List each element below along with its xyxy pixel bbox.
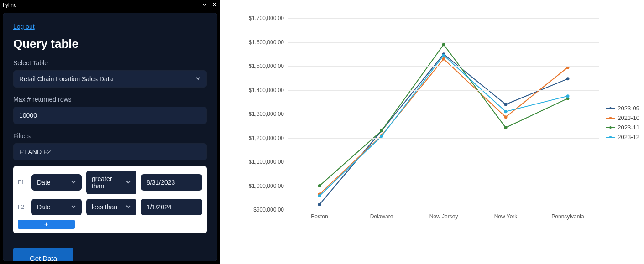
x-axis-labels: BostonDelawareNew JerseyNew YorkPennsylv… xyxy=(288,213,599,220)
query-panel: flyline Log out Query table Select Table… xyxy=(0,0,220,264)
filter-value-field[interactable]: 1/1/2024 xyxy=(141,199,202,215)
get-data-button[interactable]: Get Data xyxy=(13,248,73,261)
chart-data-point xyxy=(318,194,321,197)
window-titlebar: flyline xyxy=(0,0,220,10)
chart-data-point xyxy=(442,54,445,57)
filter-op-dropdown[interactable]: greater than xyxy=(86,171,136,194)
chevron-down-icon xyxy=(195,75,201,83)
x-tick-label: Boston xyxy=(288,213,351,220)
gridline xyxy=(288,162,599,162)
legend-item: 2023-09 xyxy=(606,105,639,112)
gridline xyxy=(288,138,599,139)
gridline xyxy=(288,114,599,114)
gridline xyxy=(288,42,599,43)
filter-value-field[interactable]: 8/31/2023 xyxy=(141,174,202,191)
legend-item: 2023-12 xyxy=(606,134,639,140)
x-tick-label: Pennsylvania xyxy=(537,213,599,220)
chevron-down-icon xyxy=(71,203,76,211)
gridline xyxy=(288,18,599,19)
gridline xyxy=(288,66,599,67)
legend-item: 2023-11 xyxy=(606,124,639,131)
y-axis: $900,000.00$1,000,000.00$1,100,000.00$1,… xyxy=(238,18,284,210)
legend-label: 2023-12 xyxy=(618,134,639,140)
chart-data-point xyxy=(504,103,508,106)
chart-data-point xyxy=(442,57,445,61)
y-tick-label: $1,400,000.00 xyxy=(238,87,284,93)
chart-series-line xyxy=(319,55,568,196)
chart-data-point xyxy=(566,94,570,98)
minimize-icon[interactable] xyxy=(202,2,207,9)
plot-area xyxy=(288,18,599,210)
filter-op-dropdown[interactable]: less than xyxy=(86,199,136,215)
gridline xyxy=(288,210,599,210)
select-table-label: Select Table xyxy=(13,59,207,67)
select-table-value: Retail Chain Location Sales Data xyxy=(19,75,113,83)
chart-data-point xyxy=(504,126,508,129)
chevron-down-icon xyxy=(126,179,131,186)
chevron-down-icon xyxy=(126,203,131,211)
max-rows-input[interactable] xyxy=(19,112,201,119)
chart-data-point xyxy=(566,77,570,80)
legend-label: 2023-11 xyxy=(618,124,639,131)
legend-label: 2023-10 xyxy=(618,114,639,121)
y-tick-label: $1,200,000.00 xyxy=(238,135,284,141)
gridline xyxy=(288,90,599,91)
chart-series-line xyxy=(319,54,568,205)
x-tick-label: New Jersey xyxy=(413,213,475,220)
add-filter-button[interactable]: + xyxy=(18,220,75,229)
y-tick-label: $1,300,000.00 xyxy=(238,111,284,117)
gridline xyxy=(288,186,599,186)
y-tick-label: $1,100,000.00 xyxy=(238,159,284,165)
max-rows-field[interactable] xyxy=(13,107,207,124)
legend-item: 2023-10 xyxy=(606,114,639,121)
x-tick-label: Delaware xyxy=(351,213,413,220)
line-chart: $900,000.00$1,000,000.00$1,100,000.00$1,… xyxy=(238,18,613,228)
chart-data-point xyxy=(442,43,445,46)
legend-label: 2023-09 xyxy=(618,105,639,112)
y-tick-label: $1,700,000.00 xyxy=(238,15,284,21)
chart-data-point xyxy=(504,110,508,113)
chart-area: $900,000.00$1,000,000.00$1,100,000.00$1,… xyxy=(220,0,644,264)
filter-tag: F1 xyxy=(18,179,27,186)
chart-legend: 2023-092023-102023-112023-12 xyxy=(606,105,639,143)
filter-tag: F2 xyxy=(18,204,27,210)
page-title: Query table xyxy=(13,37,207,51)
chart-data-point xyxy=(504,115,508,119)
select-table-dropdown[interactable]: Retail Chain Location Sales Data xyxy=(13,70,207,88)
chart-data-point xyxy=(380,129,383,132)
filter-row: F2 Date less than 1/1/2024 xyxy=(18,199,202,215)
filter-row: F1 Date greater than 8/31/2023 xyxy=(18,171,202,194)
chart-data-point xyxy=(380,135,383,138)
filter-field-dropdown[interactable]: Date xyxy=(31,174,82,191)
y-tick-label: $1,600,000.00 xyxy=(238,39,284,46)
filters-label: Filters xyxy=(13,132,207,140)
max-rows-label: Max # returned rows xyxy=(13,96,207,103)
logout-link[interactable]: Log out xyxy=(13,23,35,30)
chart-series-line xyxy=(319,59,568,194)
y-tick-label: $1,500,000.00 xyxy=(238,63,284,69)
x-tick-label: New York xyxy=(475,213,537,220)
filter-field-dropdown[interactable]: Date xyxy=(31,199,82,215)
filters-box: F1 Date greater than 8/31/2023 F2 xyxy=(13,166,207,233)
close-icon[interactable] xyxy=(212,2,217,9)
filters-expr-field[interactable] xyxy=(13,143,207,160)
window-title: flyline xyxy=(3,2,17,8)
y-tick-label: $900,000.00 xyxy=(238,207,284,213)
panel-body: Log out Query table Select Table Retail … xyxy=(3,13,217,261)
chart-data-point xyxy=(318,203,321,206)
filters-expr-input[interactable] xyxy=(19,148,201,155)
y-tick-label: $1,000,000.00 xyxy=(238,183,284,189)
chevron-down-icon xyxy=(71,179,76,186)
